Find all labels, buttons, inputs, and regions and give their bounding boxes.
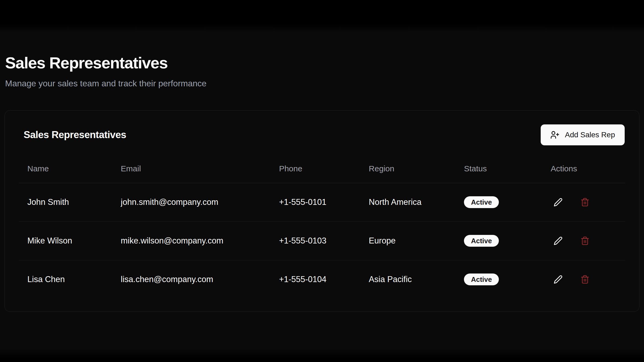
pencil-icon <box>554 236 563 245</box>
add-sales-rep-button[interactable]: Add Sales Rep <box>541 124 625 145</box>
rep-region: North America <box>360 183 455 221</box>
sales-reps-card: Sales Representatives Add Sales Rep <box>5 110 639 312</box>
status-badge: Active <box>464 196 499 208</box>
trash-icon <box>580 198 590 207</box>
page-subtitle: Manage your sales team and track their p… <box>5 78 639 89</box>
delete-button[interactable] <box>577 195 592 210</box>
rep-phone: +1-555-0104 <box>270 260 360 299</box>
column-header-email: Email <box>112 160 270 183</box>
column-header-phone: Phone <box>270 160 360 183</box>
card-title: Sales Representatives <box>24 129 126 141</box>
rep-region: Europe <box>360 221 455 260</box>
rep-status-cell: Active <box>455 183 542 221</box>
table-row: John Smith john.smith@company.com +1-555… <box>19 183 625 221</box>
edit-button[interactable] <box>551 195 566 210</box>
table-header-row: Name Email Phone Region Status Actions <box>19 160 625 183</box>
trash-icon <box>580 275 590 284</box>
edit-button[interactable] <box>551 272 566 287</box>
add-sales-rep-label: Add Sales Rep <box>565 131 615 139</box>
rep-phone: +1-555-0103 <box>270 221 360 260</box>
user-plus-icon <box>550 130 559 139</box>
delete-button[interactable] <box>577 272 592 287</box>
rep-phone: +1-555-0101 <box>270 183 360 221</box>
rep-email: lisa.chen@company.com <box>112 260 270 299</box>
sales-reps-table: Name Email Phone Region Status Actions J… <box>19 160 625 299</box>
rep-status-cell: Active <box>455 221 542 260</box>
column-header-region: Region <box>360 160 455 183</box>
rep-actions-cell <box>542 183 625 221</box>
rep-status-cell: Active <box>455 260 542 299</box>
rep-email: mike.wilson@company.com <box>112 221 270 260</box>
rep-email: john.smith@company.com <box>112 183 270 221</box>
row-actions <box>551 233 617 248</box>
row-actions <box>551 272 617 287</box>
trash-icon <box>580 236 590 245</box>
rep-region: Asia Pacific <box>360 260 455 299</box>
column-header-actions: Actions <box>542 160 625 183</box>
status-badge: Active <box>464 274 499 285</box>
column-header-status: Status <box>455 160 542 183</box>
rep-name: Lisa Chen <box>19 260 112 299</box>
rep-actions-cell <box>542 221 625 260</box>
column-header-name: Name <box>19 160 112 183</box>
pencil-icon <box>554 198 563 207</box>
pencil-icon <box>554 275 563 284</box>
table-row: Mike Wilson mike.wilson@company.com +1-5… <box>19 221 625 260</box>
status-badge: Active <box>464 235 499 247</box>
page-title: Sales Representatives <box>5 54 639 72</box>
main-content: Sales Representatives Manage your sales … <box>0 0 644 312</box>
edit-button[interactable] <box>551 233 566 248</box>
rep-actions-cell <box>542 260 625 299</box>
rep-name: Mike Wilson <box>19 221 112 260</box>
card-header: Sales Representatives Add Sales Rep <box>19 124 625 145</box>
delete-button[interactable] <box>577 233 592 248</box>
rep-name: John Smith <box>19 183 112 221</box>
row-actions <box>551 195 617 210</box>
table-row: Lisa Chen lisa.chen@company.com +1-555-0… <box>19 260 625 299</box>
